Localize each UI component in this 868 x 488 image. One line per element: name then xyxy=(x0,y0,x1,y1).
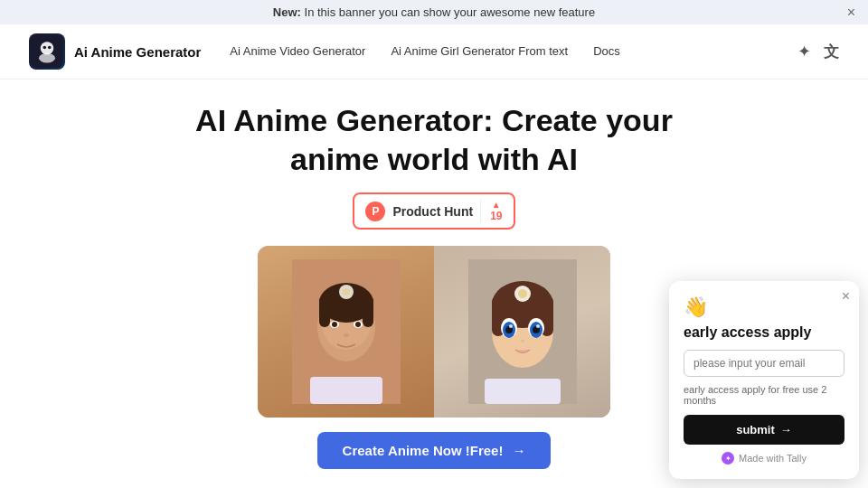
svg-point-30 xyxy=(509,324,513,328)
nav-link-video[interactable]: Ai Anime Video Generator xyxy=(230,44,365,60)
hero-image xyxy=(258,246,610,418)
svg-point-2 xyxy=(39,53,55,63)
product-hunt-icon: P xyxy=(365,202,385,221)
product-hunt-badge[interactable]: P Product Hunt ▲ 19 xyxy=(353,192,514,230)
ph-arrow: ▲ xyxy=(492,200,501,210)
submit-arrow: → xyxy=(780,423,792,436)
product-hunt-count: ▲ 19 xyxy=(480,200,502,222)
nav-link-docs[interactable]: Docs xyxy=(593,44,620,60)
popup-submit-button[interactable]: submit → xyxy=(684,415,844,445)
logo-image xyxy=(29,33,65,70)
settings-icon: ✦ xyxy=(797,42,811,61)
hero-face-anime xyxy=(434,246,610,418)
svg-point-13 xyxy=(332,322,337,327)
nav-links: Ai Anime Video Generator Ai Anime Girl G… xyxy=(230,44,769,60)
popup-wave: 👋 xyxy=(684,296,844,319)
submit-label: submit xyxy=(736,423,775,436)
svg-rect-9 xyxy=(319,296,330,327)
popup-tally-footer: ✦ Made with Tally xyxy=(684,452,844,465)
svg-point-32 xyxy=(521,340,524,343)
popup-email-input[interactable] xyxy=(684,350,844,377)
svg-point-34 xyxy=(518,289,527,298)
nav-right-icons: ✦ 文 xyxy=(797,42,839,62)
early-access-popup: × 👋 early access apply early access appl… xyxy=(669,281,859,479)
announcement-banner: New: In this banner you can show your aw… xyxy=(0,0,868,24)
ph-number: 19 xyxy=(490,210,502,222)
popup-close-button[interactable]: × xyxy=(842,288,850,305)
hero-title: AI Anime Generator: Create your anime wo… xyxy=(195,101,673,178)
product-hunt-label: Product Hunt xyxy=(392,204,473,219)
logo-text: Ai Anime Generator xyxy=(74,44,201,60)
svg-rect-10 xyxy=(363,296,373,327)
svg-point-15 xyxy=(344,333,349,337)
logo-link[interactable]: Ai Anime Generator xyxy=(29,33,201,70)
popup-title: early access apply xyxy=(684,324,844,341)
hero-title-line1: AI Anime Generator: Create your xyxy=(195,103,673,137)
translate-icon: 文 xyxy=(824,42,839,62)
settings-button[interactable]: ✦ xyxy=(797,42,811,61)
svg-rect-18 xyxy=(310,377,382,404)
svg-point-4 xyxy=(48,46,52,50)
svg-point-31 xyxy=(536,324,540,328)
cta-label: Create Anime Now !Free! xyxy=(343,443,504,458)
tally-icon: ✦ xyxy=(722,452,734,465)
navbar: Ai Anime Generator Ai Anime Video Genera… xyxy=(0,24,868,80)
svg-point-17 xyxy=(343,288,350,296)
svg-point-3 xyxy=(43,46,47,50)
nav-link-girl[interactable]: Ai Anime Girl Generator From text xyxy=(391,44,568,60)
banner-new-label: New: xyxy=(273,5,301,19)
popup-description: early access apply for free use 2 months xyxy=(684,384,844,406)
cta-button[interactable]: Create Anime Now !Free! → xyxy=(317,432,552,469)
translate-button[interactable]: 文 xyxy=(824,42,839,62)
svg-rect-35 xyxy=(485,379,561,404)
hero-face-real xyxy=(258,246,434,418)
banner-message: In this banner you can show your awesome… xyxy=(305,5,596,19)
cta-arrow: → xyxy=(512,443,525,458)
svg-point-14 xyxy=(355,322,361,327)
hero-title-line2: anime world with AI xyxy=(290,142,578,176)
banner-close-button[interactable]: × xyxy=(847,5,855,20)
svg-point-1 xyxy=(41,42,53,54)
tally-label: Made with Tally xyxy=(739,453,807,464)
